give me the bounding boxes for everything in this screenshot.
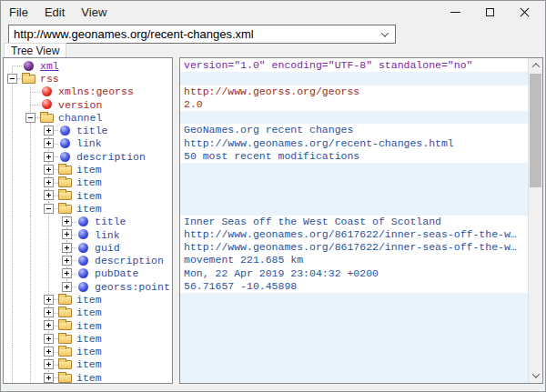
value-row xyxy=(180,163,528,176)
expand-icon[interactable] xyxy=(44,138,54,148)
expand-icon[interactable] xyxy=(44,373,54,383)
tree-node-description[interactable]: description xyxy=(4,150,172,163)
expand-icon[interactable] xyxy=(44,152,54,162)
expand-icon[interactable] xyxy=(62,268,72,278)
value-row xyxy=(180,307,528,319)
address-dropdown-button[interactable] xyxy=(375,25,395,43)
expand-icon[interactable] xyxy=(62,216,72,226)
node-label: item xyxy=(74,346,102,357)
expand-icon[interactable] xyxy=(44,165,54,175)
value-rows: version="1.0" encoding="UTF-8" standalon… xyxy=(180,59,528,384)
tree-node-item[interactable]: item xyxy=(4,346,172,358)
tree-node-item[interactable]: item xyxy=(4,332,172,345)
ball-blue-icon xyxy=(76,280,92,293)
expand-icon[interactable] xyxy=(62,229,72,239)
node-label: description xyxy=(74,151,146,163)
expand-icon[interactable] xyxy=(44,307,54,317)
expand-icon[interactable] xyxy=(44,295,54,305)
tree-node-channel[interactable]: channel xyxy=(4,111,172,124)
tree-node-item[interactable]: item xyxy=(4,358,172,371)
collapse-icon[interactable] xyxy=(25,113,35,123)
value-row xyxy=(180,358,528,371)
expand-icon[interactable] xyxy=(44,359,54,369)
value-row xyxy=(180,319,528,332)
node-label: version xyxy=(56,99,102,111)
expand-icon[interactable] xyxy=(62,282,72,292)
close-icon xyxy=(520,7,530,17)
value-row: http://www.georss.org/georss xyxy=(180,85,528,98)
expand-icon[interactable] xyxy=(44,126,54,136)
value-row xyxy=(180,176,528,189)
tree-node-item[interactable]: item xyxy=(4,176,172,189)
node-label: link xyxy=(92,229,120,241)
expand-icon[interactable] xyxy=(44,320,54,330)
tree-node-link[interactable]: link xyxy=(4,228,172,241)
tree-node-item[interactable]: item xyxy=(4,163,172,176)
tree-node-rss[interactable]: rss xyxy=(4,72,172,85)
node-label: georss:point xyxy=(92,281,170,293)
tree-node-item[interactable]: item xyxy=(4,371,172,384)
collapse-icon[interactable] xyxy=(7,74,17,84)
value-panel: version="1.0" encoding="UTF-8" standalon… xyxy=(179,57,543,384)
node-label: item xyxy=(74,358,102,370)
tree-node-item[interactable]: item xyxy=(4,293,172,306)
value-row: Mon, 22 Apr 2019 23:04:32 +0200 xyxy=(180,267,528,280)
expand-icon[interactable] xyxy=(44,347,54,357)
node-label: title xyxy=(92,216,126,227)
tree-node-link[interactable]: link xyxy=(4,137,172,150)
vertical-scrollbar[interactable] xyxy=(528,58,542,383)
tree-node-description[interactable]: description xyxy=(4,254,172,266)
chevron-down-icon xyxy=(532,370,540,377)
menu-bar: File Edit View xyxy=(1,1,545,24)
expand-icon[interactable] xyxy=(62,243,72,253)
tree-node-xmlns:georss[interactable]: xmlns:georss xyxy=(4,85,172,98)
tree-node-item[interactable]: item xyxy=(4,202,172,215)
folder-icon xyxy=(58,307,74,319)
ball-red-icon xyxy=(40,98,56,111)
value-row: version="1.0" encoding="UTF-8" standalon… xyxy=(180,59,528,72)
tree-rows: xmlrssxmlns:georssversionchanneltitlelin… xyxy=(4,59,172,384)
ball-purple-icon xyxy=(22,59,37,72)
tree-node-title[interactable]: title xyxy=(4,124,172,136)
scroll-up-button[interactable] xyxy=(529,58,543,73)
maximize-button[interactable] xyxy=(472,1,507,24)
ball-red-icon xyxy=(40,85,56,98)
expand-icon[interactable] xyxy=(44,334,54,344)
node-label: item xyxy=(74,320,102,332)
tree-node-pubDate[interactable]: pubDate xyxy=(4,267,172,280)
tab-tree-view[interactable]: Tree View xyxy=(4,43,66,57)
tree-node-guid[interactable]: guid xyxy=(4,241,172,254)
folder-icon xyxy=(58,202,74,215)
ball-blue-icon xyxy=(76,254,92,266)
tree-node-item[interactable]: item xyxy=(4,319,172,332)
folder-icon xyxy=(58,319,74,332)
expand-icon[interactable] xyxy=(44,177,54,187)
expand-icon[interactable] xyxy=(62,256,72,266)
tree-node-version[interactable]: version xyxy=(4,98,172,111)
tree-node-georss:point[interactable]: georss:point xyxy=(4,280,172,293)
minimize-button[interactable] xyxy=(438,1,472,24)
menu-file[interactable]: File xyxy=(1,1,36,24)
ball-blue-icon xyxy=(58,150,74,163)
node-label: item xyxy=(74,164,102,176)
scrollbar-thumb[interactable] xyxy=(530,74,541,187)
value-row: http://www.geonames.org/8617622/inner-se… xyxy=(180,241,528,254)
scroll-down-button[interactable] xyxy=(529,368,543,383)
chevron-up-icon xyxy=(532,63,540,70)
menu-edit[interactable]: Edit xyxy=(36,1,73,24)
node-label: item xyxy=(74,307,102,318)
close-button[interactable] xyxy=(507,1,541,24)
menu-view[interactable]: View xyxy=(73,1,115,24)
tree-node-title[interactable]: title xyxy=(4,216,172,228)
address-input[interactable] xyxy=(9,27,375,41)
tree-node-item[interactable]: item xyxy=(4,189,172,202)
folder-icon xyxy=(58,358,74,371)
collapse-icon[interactable] xyxy=(44,204,54,214)
value-row: Inner Seas off the West Coast of Scotlan… xyxy=(180,216,528,228)
minimize-icon xyxy=(450,12,460,13)
expand-icon[interactable] xyxy=(44,190,54,200)
value-row: GeoNames.org recent changes xyxy=(180,124,528,136)
tree-node-item[interactable]: item xyxy=(4,307,172,319)
tree-node-xml[interactable]: xml xyxy=(4,59,172,72)
ball-blue-icon xyxy=(58,124,74,136)
